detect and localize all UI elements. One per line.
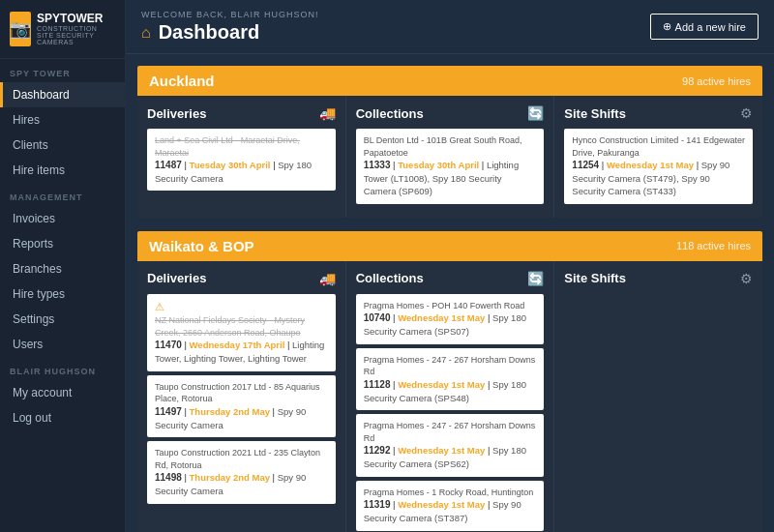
- logo-icon: 📷: [10, 12, 31, 46]
- column-card: Deliveries 🚚 Land + Sea Civil Ltd - Mara…: [137, 96, 345, 218]
- welcome-text: WELCOME BACK, BLAIR HUGHSON!: [141, 10, 319, 19]
- region-active-hires: 118 active hires: [676, 240, 751, 251]
- item-details: 11497 | Thursday 2nd May | Spy 90 Securi…: [155, 405, 328, 431]
- item-address: Pragma Homes - 247 - 267 Horsham Downs R…: [364, 354, 537, 378]
- hire-item[interactable]: Pragma Homes - 247 - 267 Horsham Downs R…: [356, 414, 545, 476]
- item-id: 11470: [155, 340, 182, 350]
- card-type-icon: ⚙: [740, 105, 753, 121]
- sidebar-item-label: Dashboard: [13, 88, 70, 102]
- item-details: 10740 | Wednesday 1st May | Spy 180 Secu…: [364, 311, 537, 338]
- column-card: Collections 🔄 Pragma Homes - POH 140 Fow…: [346, 261, 554, 532]
- sidebar-item-label: Reports: [13, 237, 53, 251]
- item-date: Thursday 2nd May: [190, 472, 270, 483]
- section-label-user: BLAIR HUGHSON: [0, 357, 125, 380]
- item-details: 11128 | Wednesday 1st May | Spy 180 Secu…: [364, 378, 537, 404]
- warning-icon: ⚠: [155, 301, 164, 312]
- item-details: 11254 | Wednesday 1st May | Spy 90 Secur…: [572, 159, 745, 198]
- item-date: Wednesday 1st May: [607, 160, 694, 170]
- sidebar-item-reports[interactable]: Reports: [0, 231, 125, 256]
- item-address: Pragma Homes - 1 Rocky Road, Huntington: [364, 487, 537, 499]
- hire-item[interactable]: Pragma Homes - POH 140 Fowerth Road10740…: [356, 294, 545, 344]
- sidebar-item-logout[interactable]: Log out: [0, 405, 125, 430]
- add-hire-button[interactable]: ⊕ Add a new hire: [650, 14, 759, 40]
- sidebar-item-label: Hire items: [13, 163, 65, 177]
- sidebar-item-label: My account: [13, 386, 72, 399]
- sidebar-item-branches[interactable]: Branches: [0, 256, 125, 281]
- item-details: 11498 | Thursday 2nd May | Spy 90 Securi…: [155, 471, 328, 497]
- sidebar-item-label: Branches: [13, 262, 62, 276]
- item-date: Tuesday 30th April: [190, 160, 271, 170]
- section-label-spy-tower: SPY TOWER: [0, 59, 125, 82]
- card-type-icon: ⚙: [740, 271, 753, 286]
- sidebar-item-my-account[interactable]: My account: [0, 380, 125, 405]
- region-section: Waikato & BOP 118 active hires Deliverie…: [137, 231, 762, 532]
- sidebar-item-label: Settings: [13, 312, 54, 326]
- brand-subtitle: CONSTRUCTION SITE SECURITY CAMERAS: [37, 25, 115, 45]
- item-details: 11333 | Tuesday 30th April | Lighting To…: [364, 159, 537, 198]
- region-cards: Deliveries 🚚 ⚠ NZ National Fieldays Soci…: [137, 261, 762, 532]
- sidebar-item-label: Invoices: [13, 212, 55, 225]
- sidebar-item-invoices[interactable]: Invoices: [0, 206, 125, 231]
- item-id: 11319: [364, 499, 391, 510]
- item-id: 10740: [364, 312, 391, 323]
- card-title: Collections: [356, 106, 424, 121]
- hire-item[interactable]: Hynco Construction Limited - 141 Edgewat…: [564, 129, 753, 204]
- sidebar-item-label: Users: [13, 338, 43, 351]
- sidebar-item-clients[interactable]: Clients: [0, 133, 125, 158]
- item-address: Hynco Construction Limited - 141 Edgewat…: [572, 134, 745, 159]
- item-date: Wednesday 17th April: [190, 340, 285, 350]
- hire-item[interactable]: ⚠ NZ National Fieldays Society - Mystery…: [147, 294, 336, 371]
- column-card: Deliveries 🚚 ⚠ NZ National Fieldays Soci…: [137, 261, 345, 532]
- home-icon: ⌂: [141, 24, 151, 42]
- hire-item[interactable]: BL Denton Ltd - 101B Great South Road, P…: [356, 129, 545, 204]
- region-name: Auckland: [149, 73, 215, 89]
- sidebar-item-users[interactable]: Users: [0, 332, 125, 357]
- sidebar-item-hires[interactable]: Hires: [0, 107, 125, 133]
- card-header: Deliveries 🚚: [147, 105, 336, 121]
- sidebar-item-hire-types[interactable]: Hire types: [0, 281, 125, 307]
- sidebar-item-dashboard[interactable]: Dashboard: [0, 82, 125, 107]
- item-date: Tuesday 30th April: [398, 160, 479, 170]
- item-date: Wednesday 1st May: [398, 499, 485, 510]
- hire-item[interactable]: Pragma Homes - 247 - 267 Horsham Downs R…: [356, 348, 545, 410]
- item-id: 11254: [572, 160, 599, 170]
- item-address: Taupo Construction 2017 Ltd - 85 Aquariu…: [155, 381, 328, 405]
- item-details: 11470 | Wednesday 17th April | Lighting …: [155, 339, 328, 365]
- item-date: Wednesday 1st May: [398, 379, 485, 390]
- region-header: Auckland 98 active hires: [137, 66, 762, 96]
- plus-icon: ⊕: [663, 20, 671, 33]
- brand-name: SPYTOWER: [37, 13, 115, 25]
- item-address: Taupo Construction 2021 Ltd - 235 Clayto…: [155, 447, 328, 471]
- hire-item[interactable]: Pragma Homes - 1 Rocky Road, Huntington1…: [356, 481, 545, 531]
- hire-item[interactable]: Land + Sea Civil Ltd - Maraetai Drive, M…: [147, 129, 336, 191]
- item-id: 11128: [364, 379, 391, 390]
- column-card: Site Shifts ⚙ Hynco Construction Limited…: [554, 96, 762, 218]
- header: WELCOME BACK, BLAIR HUGHSON! ⌂ Dashboard…: [126, 0, 774, 54]
- sidebar-item-label: Clients: [13, 138, 48, 152]
- item-id: 11292: [364, 445, 391, 456]
- sidebar-logo: 📷 SPYTOWER CONSTRUCTION SITE SECURITY CA…: [0, 0, 125, 59]
- section-label-management: MANAGEMENT: [0, 183, 125, 206]
- item-details: 11319 | Wednesday 1st May | Spy 90 Secur…: [364, 498, 537, 524]
- sidebar-item-settings[interactable]: Settings: [0, 307, 125, 332]
- sidebar-item-hire-items[interactable]: Hire items: [0, 158, 125, 183]
- item-date: Wednesday 1st May: [398, 312, 485, 323]
- item-address: NZ National Fieldays Society - Mystery C…: [155, 314, 328, 339]
- hire-item[interactable]: Taupo Construction 2017 Ltd - 85 Aquariu…: [147, 375, 336, 437]
- item-id: 11498: [155, 472, 182, 483]
- region-header: Waikato & BOP 118 active hires: [137, 231, 762, 261]
- card-header: Collections 🔄: [356, 271, 545, 286]
- region-section: Auckland 98 active hires Deliveries 🚚 La…: [137, 66, 762, 218]
- card-type-icon: 🚚: [319, 271, 336, 286]
- item-id: 11487: [155, 160, 182, 170]
- card-title: Collections: [356, 271, 424, 285]
- sidebar-item-label: Log out: [13, 411, 51, 425]
- hire-item[interactable]: Taupo Construction 2021 Ltd - 235 Clayto…: [147, 441, 336, 503]
- region-name: Waikato & BOP: [149, 238, 254, 254]
- item-id: 11497: [155, 406, 182, 417]
- page-title-text: Dashboard: [159, 21, 259, 44]
- card-type-icon: 🔄: [527, 271, 544, 286]
- column-card: Site Shifts ⚙: [554, 261, 762, 532]
- item-details: 11487 | Tuesday 30th April | Spy 180 Sec…: [155, 159, 328, 185]
- main-content: WELCOME BACK, BLAIR HUGHSON! ⌂ Dashboard…: [126, 0, 774, 532]
